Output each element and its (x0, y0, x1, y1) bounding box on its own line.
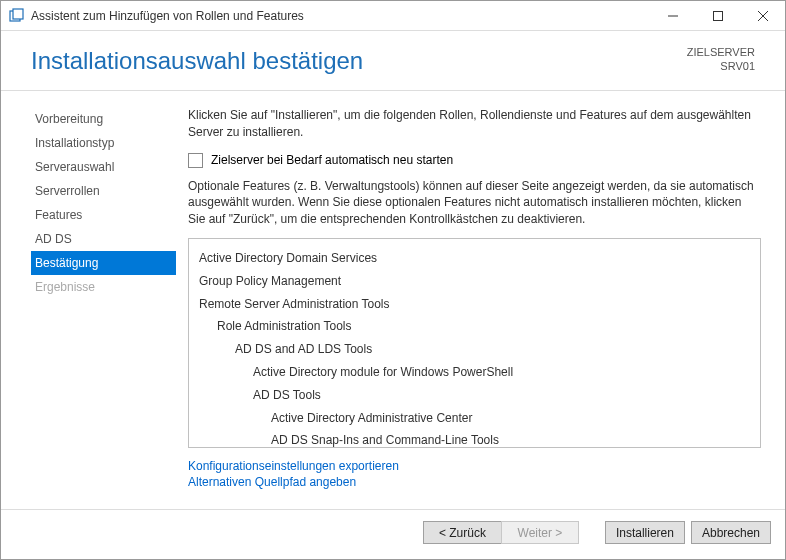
selection-item: Active Directory Administrative Center (199, 407, 750, 430)
links-area: Konfigurationseinstellungen exportieren … (188, 458, 761, 490)
sidebar-item-bestaetigung[interactable]: Bestätigung (31, 251, 176, 275)
optional-features-note: Optionale Features (z. B. Verwaltungstoo… (188, 178, 761, 228)
selection-item: AD DS and AD LDS Tools (199, 338, 750, 361)
cancel-button[interactable]: Abbrechen (691, 521, 771, 544)
window-title: Assistent zum Hinzufügen von Rollen und … (31, 9, 650, 23)
sidebar-item-serverrollen[interactable]: Serverrollen (31, 179, 176, 203)
minimize-button[interactable] (650, 1, 695, 31)
close-button[interactable] (740, 1, 785, 31)
maximize-button[interactable] (695, 1, 740, 31)
selection-list[interactable]: Active Directory Domain Services Group P… (188, 238, 761, 448)
alternate-source-link[interactable]: Alternativen Quellpfad angeben (188, 474, 761, 490)
svg-rect-3 (713, 11, 722, 20)
target-server-value: SRV01 (687, 59, 755, 73)
main-panel: Klicken Sie auf "Installieren", um die f… (176, 91, 785, 509)
export-config-link[interactable]: Konfigurationseinstellungen exportieren (188, 458, 761, 474)
restart-checkbox-label: Zielserver bei Bedarf automatisch neu st… (211, 153, 453, 167)
titlebar: Assistent zum Hinzufügen von Rollen und … (1, 1, 785, 31)
selection-item: Role Administration Tools (199, 315, 750, 338)
selection-item: AD DS Tools (199, 384, 750, 407)
svg-rect-1 (13, 9, 23, 19)
selection-item: AD DS Snap-Ins and Command-Line Tools (199, 429, 750, 448)
selection-item: Group Policy Management (199, 270, 750, 293)
target-server-box: ZIELSERVER SRV01 (687, 45, 755, 74)
sidebar-item-adds[interactable]: AD DS (31, 227, 176, 251)
selection-item: Active Directory module for Windows Powe… (199, 361, 750, 384)
footer: < Zurück Weiter > Installieren Abbrechen (1, 509, 785, 555)
page-title: Installationsauswahl bestätigen (31, 47, 363, 75)
window-controls (650, 1, 785, 31)
nav-button-group: < Zurück Weiter > (423, 521, 579, 544)
selection-item: Active Directory Domain Services (199, 247, 750, 270)
intro-text: Klicken Sie auf "Installieren", um die f… (188, 107, 761, 141)
next-button: Weiter > (501, 521, 579, 544)
sidebar-item-ergebnisse: Ergebnisse (31, 275, 176, 299)
selection-item: Remote Server Administration Tools (199, 293, 750, 316)
body: Vorbereitung Installationstyp Serverausw… (1, 91, 785, 509)
back-button[interactable]: < Zurück (423, 521, 501, 544)
app-icon (9, 8, 25, 24)
sidebar-item-vorbereitung[interactable]: Vorbereitung (31, 107, 176, 131)
install-button[interactable]: Installieren (605, 521, 685, 544)
restart-checkbox[interactable] (188, 153, 203, 168)
sidebar-item-installationstyp[interactable]: Installationstyp (31, 131, 176, 155)
sidebar-item-features[interactable]: Features (31, 203, 176, 227)
target-server-label: ZIELSERVER (687, 45, 755, 59)
wizard-steps-sidebar: Vorbereitung Installationstyp Serverausw… (1, 91, 176, 509)
sidebar-item-serverauswahl[interactable]: Serverauswahl (31, 155, 176, 179)
header: Installationsauswahl bestätigen ZIELSERV… (1, 31, 785, 91)
restart-checkbox-row[interactable]: Zielserver bei Bedarf automatisch neu st… (188, 153, 761, 168)
